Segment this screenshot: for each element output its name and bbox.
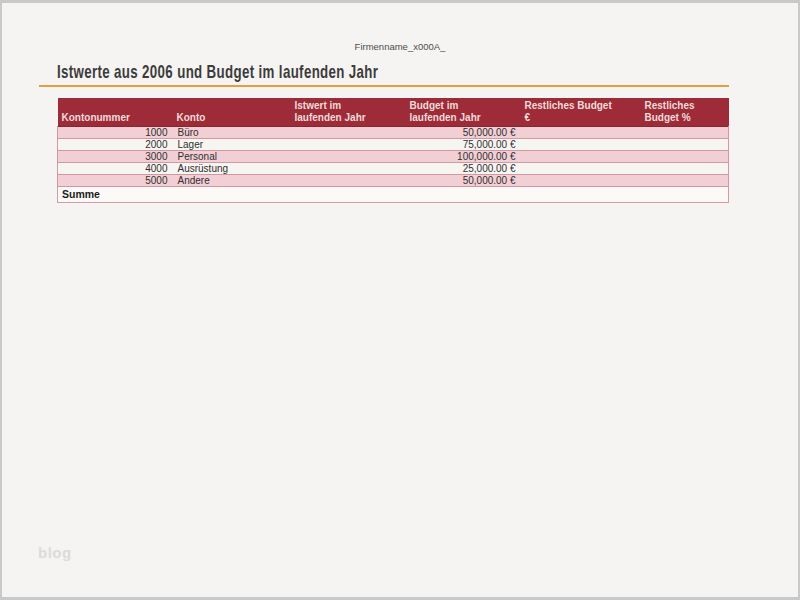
- column-header-budget: Budget im laufenden Jahr: [406, 98, 521, 127]
- column-header-konto: Konto: [173, 98, 291, 127]
- cell-restliches-eur: [521, 163, 641, 175]
- cell-konto: Personal: [173, 151, 291, 163]
- cell-restliches-pct: [641, 175, 729, 187]
- cell-restliches-eur: [521, 127, 641, 139]
- table-row: 1000 Büro 50,000.00 €: [58, 127, 729, 139]
- cell-restliches-pct: [641, 163, 729, 175]
- cell-budget: 75,000.00 €: [406, 139, 521, 151]
- cell-kontonummer: 2000: [58, 139, 173, 151]
- page: Firmenname_x000A_ Istwerte aus 2006 und …: [0, 0, 800, 600]
- cell-restliches-pct: [641, 139, 729, 151]
- cell-budget: 50,000.00 €: [406, 175, 521, 187]
- cell-istwert: [291, 163, 406, 175]
- cell-konto: Büro: [173, 127, 291, 139]
- budget-table: Kontonummer Konto Istwert im laufenden J…: [57, 98, 729, 203]
- cell-restliches-eur: [521, 139, 641, 151]
- column-header-kontonummer: Kontonummer: [58, 98, 173, 127]
- report-body: Istwerte aus 2006 und Budget im laufende…: [39, 61, 729, 203]
- cell-istwert: [291, 127, 406, 139]
- summary-label: Summe: [58, 187, 729, 203]
- table-row: 2000 Lager 75,000.00 €: [58, 139, 729, 151]
- table-row: 4000 Ausrüstung 25,000.00 €: [58, 163, 729, 175]
- report-title-underline: Istwerte aus 2006 und Budget im laufende…: [39, 61, 729, 87]
- cell-budget: 50,000.00 €: [406, 127, 521, 139]
- cell-restliches-eur: [521, 175, 641, 187]
- column-header-restliches-budget-eur: Restliches Budget €: [521, 98, 641, 127]
- blog-watermark: blog: [38, 544, 72, 561]
- table-header: Kontonummer Konto Istwert im laufenden J…: [58, 98, 729, 127]
- company-name: Firmenname_x000A_: [2, 41, 798, 52]
- cell-restliches-eur: [521, 151, 641, 163]
- cell-istwert: [291, 175, 406, 187]
- report-title: Istwerte aus 2006 und Budget im laufende…: [57, 61, 378, 83]
- cell-restliches-pct: [641, 127, 729, 139]
- cell-kontonummer: 1000: [58, 127, 173, 139]
- cell-istwert: [291, 151, 406, 163]
- cell-budget: 25,000.00 €: [406, 163, 521, 175]
- cell-konto: Ausrüstung: [173, 163, 291, 175]
- cell-konto: Lager: [173, 139, 291, 151]
- table-row: 3000 Personal 100,000.00 €: [58, 151, 729, 163]
- cell-kontonummer: 4000: [58, 163, 173, 175]
- cell-kontonummer: 3000: [58, 151, 173, 163]
- column-header-istwert: Istwert im laufenden Jahr: [291, 98, 406, 127]
- cell-budget: 100,000.00 €: [406, 151, 521, 163]
- summary-row: Summe: [58, 187, 729, 203]
- cell-kontonummer: 5000: [58, 175, 173, 187]
- header-row: Kontonummer Konto Istwert im laufenden J…: [58, 98, 729, 127]
- cell-restliches-pct: [641, 151, 729, 163]
- column-header-restliches-budget-pct: Restliches Budget %: [641, 98, 729, 127]
- table-row: 5000 Andere 50,000.00 €: [58, 175, 729, 187]
- cell-istwert: [291, 139, 406, 151]
- cell-konto: Andere: [173, 175, 291, 187]
